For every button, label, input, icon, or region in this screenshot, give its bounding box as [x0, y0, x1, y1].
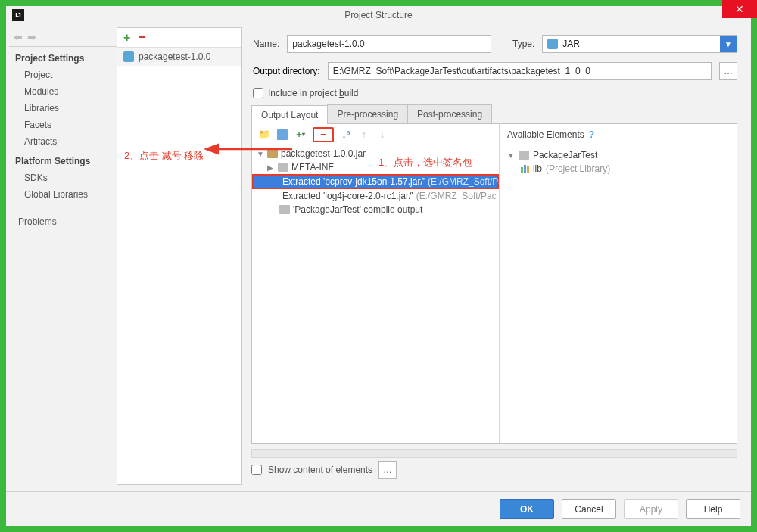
available-lib-row[interactable]: lib (Project Library) [504, 162, 732, 176]
nav-item-problems[interactable]: Problems [9, 213, 117, 230]
artifact-row[interactable]: packagetest-1.0.0 [117, 48, 241, 66]
artifact-list: + − packagetest-1.0.0 [117, 27, 242, 485]
window-close-button[interactable]: ✕ [722, 0, 757, 18]
move-up-icon[interactable]: ↑ [358, 129, 370, 141]
titlebar: IJ Project Structure ✕ [6, 6, 751, 24]
nav-item-facets[interactable]: Facets [9, 117, 117, 133]
left-nav: ⬅ ➡ Project Settings Project Modules Lib… [9, 27, 117, 485]
help-icon[interactable]: ? [589, 129, 594, 140]
nav-section-platform: Platform Settings [9, 150, 117, 170]
add-copy-icon[interactable]: +▾ [294, 129, 307, 141]
available-elements-panel: Available Elements ? ▼ PackageJarTest li… [500, 124, 737, 443]
remove-artifact-icon[interactable]: − [138, 30, 146, 45]
artifact-toolbar: + − [117, 28, 241, 48]
nav-section-project: Project Settings [9, 47, 117, 67]
tab-post-processing[interactable]: Post-processing [407, 104, 492, 123]
nav-back-icon[interactable]: ⬅ [14, 31, 23, 43]
module-icon [519, 151, 529, 160]
nav-item-sdks[interactable]: SDKs [9, 170, 117, 186]
ok-button[interactable]: OK [500, 499, 554, 519]
output-tree[interactable]: ▼ packagetest-1.0.0.jar ▶ META-INF Extra… [252, 145, 499, 443]
name-input[interactable] [287, 35, 491, 53]
library-icon [521, 165, 529, 173]
folder-icon [278, 163, 288, 172]
artifact-label: packagetest-1.0.0 [139, 51, 210, 62]
module-output-icon [279, 205, 290, 214]
expand-icon[interactable]: ▶ [267, 163, 275, 172]
type-value: JAR [562, 39, 720, 49]
remove-button-highlight: − [313, 127, 334, 142]
app-icon: IJ [12, 9, 24, 21]
editor-panel: Name: Type: JAR ▼ Output directory: … In… [242, 27, 745, 485]
jar-type-icon [547, 39, 558, 49]
add-artifact-icon[interactable]: + [123, 31, 130, 45]
include-build-checkbox[interactable] [253, 88, 263, 98]
available-project-row[interactable]: ▼ PackageJarTest [504, 148, 732, 162]
expand-icon[interactable]: ▼ [507, 151, 515, 160]
tab-output-layout[interactable]: Output Layout [251, 105, 328, 124]
new-archive-icon[interactable] [277, 129, 288, 140]
expand-icon[interactable]: ▼ [257, 150, 264, 158]
nav-item-libraries[interactable]: Libraries [9, 100, 117, 117]
apply-button[interactable]: Apply [624, 499, 678, 519]
show-content-checkbox[interactable] [251, 465, 262, 475]
nav-item-project[interactable]: Project [9, 67, 117, 83]
browse-button[interactable]: … [719, 62, 737, 80]
sort-icon[interactable]: ↓ª [340, 129, 352, 141]
tree-meta-inf[interactable]: ▶ META-INF [252, 160, 499, 174]
artifact-icon [123, 51, 134, 62]
tabs: Output Layout Pre-processing Post-proces… [251, 104, 737, 124]
nav-item-modules[interactable]: Modules [9, 83, 117, 100]
dialog-footer: OK Cancel Apply Help [6, 491, 751, 526]
type-label: Type: [512, 39, 534, 49]
include-build-label: Include in project build [268, 88, 358, 98]
tab-pre-processing[interactable]: Pre-processing [327, 104, 408, 123]
nav-item-artifacts[interactable]: Artifacts [9, 133, 117, 150]
remove-item-icon[interactable]: − [317, 129, 329, 141]
output-layout-panel: 📁 +▾ − ↓ª ↑ ↓ ▼ pack [252, 124, 500, 443]
output-dir-input[interactable] [328, 62, 712, 80]
nav-history-bar: ⬅ ➡ [9, 27, 117, 47]
nav-forward-icon[interactable]: ➡ [27, 31, 36, 43]
tree-item-compile-output[interactable]: 'PackageJarTest' compile output [252, 203, 499, 216]
tree-root[interactable]: ▼ packagetest-1.0.0.jar [252, 147, 499, 160]
dropdown-icon[interactable]: ▼ [720, 36, 737, 52]
show-content-label: Show content of elements [268, 465, 372, 475]
tree-item-bcprov[interactable]: Extracted 'bcprov-jdk15on-1.57.jar/' (E:… [252, 174, 499, 189]
move-down-icon[interactable]: ↓ [376, 129, 388, 141]
show-content-options-button[interactable]: … [378, 461, 397, 479]
output-dir-label: Output directory: [253, 66, 320, 76]
available-header: Available Elements ? [500, 124, 737, 145]
nav-item-global-libraries[interactable]: Global Libraries [9, 186, 117, 203]
name-label: Name: [253, 39, 279, 49]
cancel-button[interactable]: Cancel [562, 499, 616, 519]
jar-icon [267, 149, 278, 158]
window-title: Project Structure [344, 10, 412, 20]
layout-toolbar: 📁 +▾ − ↓ª ↑ ↓ [252, 124, 499, 145]
type-select[interactable]: JAR ▼ [542, 35, 737, 53]
status-strip [251, 449, 737, 458]
new-folder-icon[interactable]: 📁 [258, 129, 270, 141]
tree-item-log4j[interactable]: Extracted 'log4j-core-2.0-rc1.jar/' (E:/… [252, 189, 499, 203]
help-button[interactable]: Help [686, 499, 740, 519]
